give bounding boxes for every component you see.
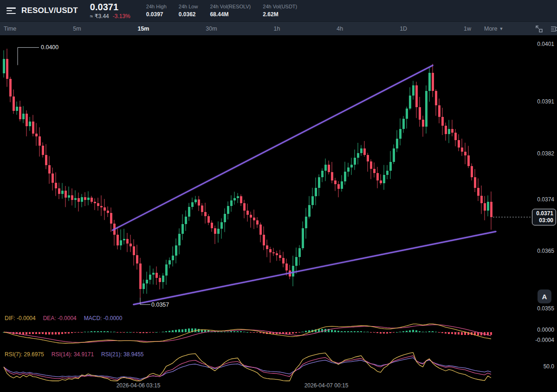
- rsi-legend-item-1: RSI(14): 34.9171: [52, 351, 94, 358]
- price-axis-label-3: 0.0374: [537, 196, 554, 203]
- rsi-mid-label: 50.0: [544, 363, 554, 370]
- price-axis-label-4: 0.0365: [537, 248, 554, 254]
- current-price-badge[interactable]: 0.0371 03:00: [532, 209, 556, 225]
- low-annotation: 0.0357: [151, 302, 169, 308]
- badge-countdown: 03:00: [535, 217, 553, 224]
- rsi-legend-item-2: RSI(21): 38.9455: [101, 351, 143, 358]
- macd-zero-label: 0.0000: [537, 327, 554, 333]
- time-axis-label-2: 2026-04-07 00:15: [294, 382, 359, 389]
- rsi-legend-item-0: RSI(7): 29.6975: [5, 351, 44, 358]
- time-axis-label-1: 2026-04-06 03:15: [106, 382, 171, 389]
- axis-scale-button[interactable]: A: [538, 289, 551, 303]
- price-axis-label-2: 0.0382: [537, 150, 554, 157]
- candlestick-chart[interactable]: [0, 0, 557, 392]
- badge-price: 0.0371: [535, 210, 553, 217]
- macd-legend-item-0: DIF: -0.0004: [5, 315, 36, 321]
- price-axis-label-5: 0.0355: [537, 305, 554, 312]
- rsi-legend: RSI(7): 29.6975RSI(14): 34.9171RSI(21): …: [5, 351, 144, 358]
- high-annotation: 0.0400: [41, 44, 58, 51]
- price-axis-label-1: 0.0391: [537, 98, 554, 105]
- macd-legend: DIF: -0.0004DEA: -0.0004MACD: -0.0000: [5, 315, 122, 321]
- macd-value-label: -0.0004: [535, 337, 554, 343]
- trading-app: RESOLV/USDT 0.0371 ≈ ₹3.44 -3.13% 24h Hi…: [0, 0, 557, 392]
- price-axis-label-0: 0.0401: [537, 41, 554, 47]
- macd-legend-item-1: DEA: -0.0004: [43, 315, 77, 321]
- macd-legend-item-2: MACD: -0.0000: [84, 315, 123, 321]
